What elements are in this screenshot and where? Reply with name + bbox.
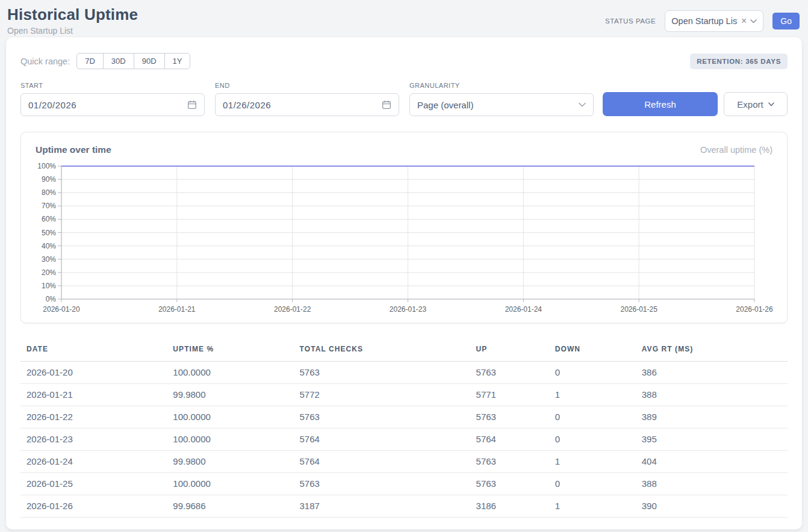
svg-text:50%: 50% <box>42 229 56 237</box>
svg-text:40%: 40% <box>42 242 56 250</box>
chart-svg: 0%10%20%30%40%50%60%70%80%90%100%2026-01… <box>36 162 774 315</box>
table-header-col-3: UP <box>470 339 549 362</box>
table-cell-4: 0 <box>549 428 636 451</box>
status-page-selected-value: Open Startup List <box>671 16 738 26</box>
quick-range-7d[interactable]: 7D <box>76 53 104 69</box>
quick-range-label: Quick range: <box>20 57 70 66</box>
table-cell-2: 5763 <box>294 406 470 428</box>
chevron-down-icon <box>579 102 586 107</box>
chart-header: Uptime over time Overall uptime (%) <box>36 144 772 155</box>
title-block: Historical Uptime Open Startup List <box>7 5 138 36</box>
svg-text:2026-01-26: 2026-01-26 <box>736 305 773 314</box>
granularity-select[interactable]: Page (overall) <box>409 93 594 116</box>
table-cell-2: 5772 <box>294 384 470 406</box>
svg-text:60%: 60% <box>42 215 56 223</box>
status-page-select[interactable]: Open Startup List × <box>665 10 763 32</box>
clear-selection-icon[interactable]: × <box>741 16 747 26</box>
start-date-value: 01/20/2026 <box>28 100 76 110</box>
svg-text:30%: 30% <box>42 255 56 264</box>
table-cell-2: 5764 <box>294 428 470 451</box>
quick-range-90d[interactable]: 90D <box>134 53 165 69</box>
granularity-field-group: GRANULARITY Page (overall) <box>409 82 594 116</box>
svg-text:2026-01-22: 2026-01-22 <box>274 305 311 314</box>
table-cell-0: 2026-01-21 <box>20 384 167 406</box>
table-header-col-5: AVG RT (MS) <box>636 339 788 362</box>
refresh-button[interactable]: Refresh <box>603 92 718 116</box>
export-button-label: Export <box>737 99 763 110</box>
table-cell-3: 5764 <box>470 428 549 451</box>
svg-text:2026-01-24: 2026-01-24 <box>505 305 542 314</box>
table-cell-2: 5763 <box>294 473 470 495</box>
table-cell-5: 389 <box>636 406 788 428</box>
uptime-chart-card: Uptime over time Overall uptime (%) 0%10… <box>20 132 788 323</box>
table-cell-0: 2026-01-22 <box>20 406 167 428</box>
svg-text:80%: 80% <box>42 188 56 197</box>
page-subtitle: Open Startup List <box>7 26 138 36</box>
calendar-icon[interactable] <box>382 100 391 110</box>
table-cell-0: 2026-01-25 <box>20 473 167 495</box>
start-date-label: START <box>20 82 205 89</box>
export-button[interactable]: Export <box>724 92 788 116</box>
table-cell-2: 5763 <box>294 362 470 384</box>
table-cell-1: 100.0000 <box>167 428 293 451</box>
status-page-label: STATUS PAGE <box>605 17 656 25</box>
end-date-label: END <box>215 82 399 89</box>
start-date-field-group: START 01/20/2026 <box>20 82 205 116</box>
retention-badge: RETENTION: 365 DAYS <box>690 54 788 69</box>
table-cell-4: 1 <box>549 451 636 473</box>
filters-row-top: Quick range: 7D30D90D1Y RETENTION: 365 D… <box>20 53 788 69</box>
uptime-table: DATEUPTIME %TOTAL CHECKSUPDOWNAVG RT (MS… <box>20 339 788 518</box>
main-card: Quick range: 7D30D90D1Y RETENTION: 365 D… <box>6 37 802 530</box>
chart-grid <box>61 166 754 299</box>
page-title: Historical Uptime <box>7 5 138 24</box>
status-page-controls: STATUS PAGE Open Startup List × Go <box>605 10 800 32</box>
table-cell-2: 5764 <box>294 451 470 473</box>
end-date-value: 01/26/2026 <box>223 100 271 110</box>
end-date-field-group: END 01/26/2026 <box>215 82 399 116</box>
table-cell-1: 100.0000 <box>167 362 293 384</box>
calendar-icon[interactable] <box>187 100 197 110</box>
table-cell-4: 0 <box>549 473 636 495</box>
chart-legend: Overall uptime (%) <box>700 145 772 155</box>
table-cell-5: 390 <box>636 495 788 518</box>
table-cell-4: 1 <box>549 495 636 518</box>
svg-text:2026-01-25: 2026-01-25 <box>620 305 657 314</box>
table-header-col-4: DOWN <box>549 339 636 362</box>
table-cell-2: 3187 <box>294 495 470 518</box>
go-button[interactable]: Go <box>772 13 800 29</box>
chevron-down-icon <box>768 102 774 107</box>
table-row: 2026-01-2499.9800576457631404 <box>20 451 788 473</box>
table-cell-1: 100.0000 <box>167 473 293 495</box>
table-row: 2026-01-2199.9800577257711388 <box>20 384 788 406</box>
table-cell-1: 99.9800 <box>167 384 293 406</box>
svg-text:20%: 20% <box>42 268 56 277</box>
table-cell-5: 388 <box>636 384 788 406</box>
table-header-row: DATEUPTIME %TOTAL CHECKSUPDOWNAVG RT (MS… <box>20 339 788 362</box>
svg-text:2026-01-23: 2026-01-23 <box>390 305 427 314</box>
granularity-label: GRANULARITY <box>409 82 594 89</box>
quick-range-1y[interactable]: 1Y <box>164 53 191 69</box>
table-cell-3: 5763 <box>470 473 549 495</box>
table-header-col-1: UPTIME % <box>167 339 293 362</box>
table-cell-4: 0 <box>549 362 636 384</box>
end-date-input[interactable]: 01/26/2026 <box>215 93 399 116</box>
svg-text:10%: 10% <box>42 282 56 290</box>
table-cell-1: 99.9800 <box>167 451 293 473</box>
svg-text:70%: 70% <box>42 202 56 210</box>
granularity-selected-value: Page (overall) <box>417 100 473 110</box>
table-row: 2026-01-25100.0000576357630388 <box>20 473 788 495</box>
start-date-input[interactable]: 01/20/2026 <box>20 93 205 116</box>
table-cell-4: 1 <box>549 384 636 406</box>
table-cell-0: 2026-01-24 <box>20 451 167 473</box>
table-cell-3: 5763 <box>470 406 549 428</box>
chevron-down-icon <box>750 19 757 23</box>
svg-text:90%: 90% <box>42 175 56 184</box>
table-cell-5: 395 <box>636 428 788 451</box>
table-row: 2026-01-23100.0000576457640395 <box>20 428 788 451</box>
table-cell-3: 5771 <box>470 384 549 406</box>
chart-tick-labels: 0%10%20%30%40%50%60%70%80%90%100%2026-01… <box>37 162 773 314</box>
table-row: 2026-01-2699.9686318731861390 <box>20 495 788 518</box>
table-row: 2026-01-20100.0000576357630386 <box>20 362 788 384</box>
quick-range-30d[interactable]: 30D <box>103 53 134 69</box>
quick-range-buttons: 7D30D90D1Y <box>76 53 190 69</box>
